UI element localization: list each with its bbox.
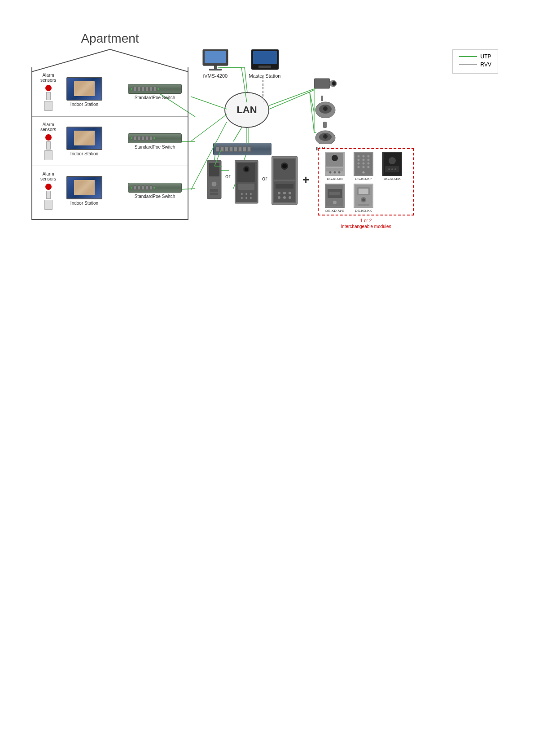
door-station-3-icon [271, 156, 298, 206]
poe-port-1c [141, 87, 144, 91]
svg-point-44 [245, 167, 248, 171]
svg-point-48 [250, 193, 252, 195]
svg-point-89 [389, 157, 396, 164]
module-kd-me: DS-KD-M/E [321, 184, 348, 213]
svg-rect-21 [253, 51, 277, 64]
legend-rvv: RVV [459, 62, 491, 68]
poe-port-3a [133, 185, 136, 190]
svg-rect-31 [323, 122, 327, 128]
alarm-sensors-1: Alarmsensors [36, 73, 61, 111]
poe-port-3d [145, 185, 149, 190]
or-text-2: or [262, 175, 267, 182]
alarm-bar-1 [46, 92, 51, 100]
svg-rect-39 [210, 193, 218, 195]
svg-point-85 [368, 166, 370, 168]
svg-point-79 [368, 159, 370, 161]
apartment-row-1: Alarmsensors Indoor Station [32, 67, 188, 117]
svg-line-13 [310, 92, 314, 132]
svg-rect-97 [329, 192, 340, 195]
door-station-2-icon [235, 159, 259, 204]
svg-point-59 [278, 192, 280, 194]
module-row-2: DS-KD-M/E DS-KD-KK [321, 184, 411, 213]
module-kd-kk: DS-KD-KK [350, 184, 377, 213]
ivms-block: iVMS-4200 [195, 49, 236, 79]
lan-circle: LAN [224, 92, 269, 128]
svg-point-93 [394, 168, 396, 170]
svg-rect-27 [321, 96, 323, 101]
svg-point-37 [211, 181, 217, 187]
ip-camera-2 [314, 96, 341, 118]
svg-point-70 [334, 171, 336, 174]
rvv-label: RVV [481, 62, 491, 68]
module-kd-me-label: DS-KD-M/E [325, 209, 344, 213]
svg-line-112 [269, 89, 314, 105]
alarm-dot-2 [45, 134, 52, 141]
module-caption: 1 or 2 Interchangeable modules [318, 218, 414, 229]
poe-switch-2: StandardPoe Switch [126, 133, 184, 149]
svg-point-67 [332, 155, 338, 161]
poe-switch-body-3 [128, 183, 182, 193]
module-kd-kk-label: DS-KD-KK [355, 209, 372, 213]
apartment-row-2: Alarmsensors Indoor Station [32, 117, 188, 166]
svg-point-82 [368, 163, 370, 165]
svg-point-75 [363, 155, 365, 158]
center-switch-body [213, 143, 271, 155]
poe-port-2d [145, 136, 149, 141]
ip-camera-block: IP Camera [314, 76, 341, 151]
poe-port-1e [149, 87, 153, 91]
svg-point-63 [283, 196, 286, 199]
poe-led-2a [131, 137, 132, 139]
box-camera-icon [314, 76, 341, 92]
poe-label-3: StandardPoe Switch [135, 194, 175, 199]
plus-sign: + [302, 173, 309, 187]
svg-point-61 [289, 192, 291, 194]
poe-port-2a [133, 136, 136, 141]
diagram-container: UTP RVV Apartment Alarmsensors [18, 22, 516, 247]
legend-utp: UTP [459, 53, 491, 60]
utp-label: UTP [481, 53, 491, 60]
svg-point-92 [391, 168, 393, 170]
row2-switch-area: StandardPoe Switch [105, 133, 184, 149]
svg-point-86 [363, 171, 365, 174]
svg-rect-23 [314, 79, 330, 88]
utp-line [459, 56, 477, 57]
svg-rect-36 [209, 163, 219, 176]
lan-label: LAN [236, 104, 257, 116]
svg-point-56 [282, 164, 287, 168]
alarm-label-3: Alarmsensors [40, 171, 56, 181]
indoor-label-2: Indoor Station [70, 151, 98, 156]
poe-port-3b [137, 185, 140, 190]
svg-rect-68 [326, 168, 343, 171]
poe-port-3e [149, 185, 153, 190]
poe-switch-body-1 [128, 84, 182, 94]
svg-rect-22 [258, 66, 271, 68]
module-caption-line2: Interchangeable modules [318, 224, 414, 229]
indoor-label-3: Indoor Station [70, 201, 98, 206]
indoor-screen-img-1 [67, 78, 101, 100]
poe-switch-body-2 [128, 133, 182, 143]
svg-point-77 [358, 159, 360, 161]
door-station-1-icon [206, 159, 222, 200]
svg-point-78 [363, 159, 365, 161]
ip-camera-1 [314, 76, 341, 92]
indoor-screen-content-3 [74, 180, 95, 195]
svg-point-50 [245, 197, 247, 199]
svg-point-98 [333, 201, 337, 204]
indoor-screen-2 [66, 127, 102, 150]
svg-point-64 [289, 196, 291, 199]
indoor-screen-content-1 [74, 81, 95, 97]
svg-point-104 [362, 198, 365, 201]
poe-port-2b [137, 136, 140, 141]
svg-point-83 [358, 166, 360, 168]
poe-port-1d [145, 87, 149, 91]
svg-rect-58 [276, 184, 293, 189]
indoor-screen-img-2 [67, 127, 101, 149]
poe-port-1b [137, 87, 140, 91]
svg-point-26 [333, 82, 335, 85]
poe-port-2c [141, 136, 144, 141]
net-port-6 [238, 146, 242, 152]
poe-port-1f [153, 87, 157, 91]
alarm-label-1: Alarmsensors [40, 73, 56, 83]
svg-point-47 [245, 193, 247, 195]
svg-point-51 [250, 197, 252, 199]
